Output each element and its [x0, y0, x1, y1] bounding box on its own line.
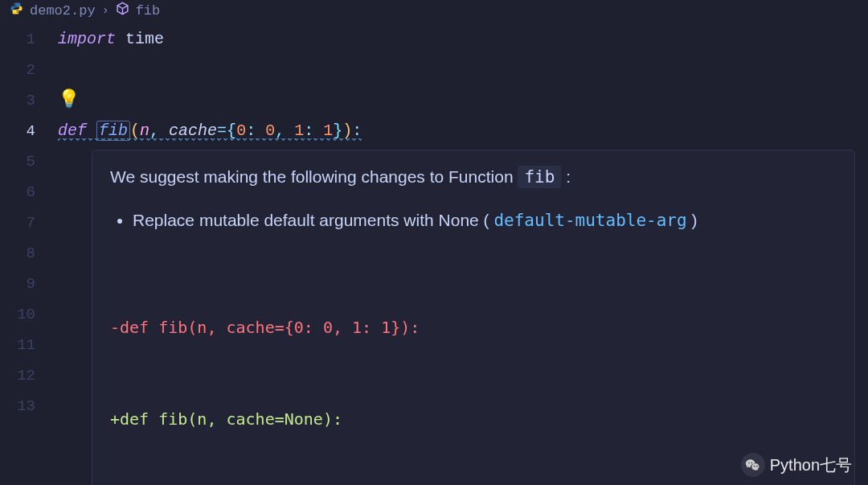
- chevron-right-icon: ›: [102, 4, 109, 18]
- line-number: 11: [0, 330, 35, 360]
- code-line[interactable]: [58, 55, 868, 85]
- breadcrumb-file[interactable]: demo2.py: [30, 3, 96, 18]
- breadcrumb: demo2.py › fib: [0, 0, 868, 24]
- diff-removed: -def fib(n, cache={0: 0, 1: 1}):: [110, 312, 837, 343]
- watermark-text: Python七号: [770, 454, 852, 476]
- suggestion-message: We suggest making the following changes …: [110, 163, 837, 191]
- line-number: 2: [0, 55, 35, 85]
- line-number: 8: [0, 238, 35, 269]
- line-number: 12: [0, 360, 35, 391]
- gutter: 1 2 3 4 5 6 7 8 9 10 11 12 13: [0, 24, 58, 421]
- suggestion-item: Replace mutable default arguments with N…: [133, 206, 837, 236]
- line-number: 6: [0, 177, 35, 208]
- line-number: 5: [0, 146, 35, 177]
- rule-link[interactable]: default-mutable-arg: [493, 211, 686, 230]
- line-number: 4: [0, 116, 35, 146]
- suggestion-list: Replace mutable default arguments with N…: [133, 206, 837, 236]
- lightbulb-icon[interactable]: 💡: [58, 90, 80, 110]
- symbol-icon: [116, 2, 129, 19]
- line-number: 9: [0, 269, 35, 299]
- line-number: 1: [0, 24, 35, 55]
- line-number: 3: [0, 85, 35, 116]
- line-number: 7: [0, 208, 35, 238]
- code-inline: fib: [518, 166, 561, 188]
- code-line[interactable]: import time: [58, 24, 868, 55]
- line-number: 13: [0, 391, 35, 421]
- line-number: 10: [0, 299, 35, 330]
- wechat-icon: [741, 453, 765, 477]
- hover-suggestion[interactable]: We suggest making the following changes …: [92, 150, 855, 485]
- watermark: Python七号: [741, 453, 852, 477]
- code-line[interactable]: 💡: [58, 85, 868, 116]
- breadcrumb-symbol[interactable]: fib: [136, 3, 161, 18]
- python-icon: [10, 2, 23, 19]
- code-line[interactable]: def fib(n, cache={0: 0, 1: 1}):: [58, 116, 868, 146]
- diff-added: +def fib(n, cache=None):: [110, 404, 837, 434]
- diff-block: -def fib(n, cache={0: 0, 1: 1}): +def fi…: [110, 251, 837, 485]
